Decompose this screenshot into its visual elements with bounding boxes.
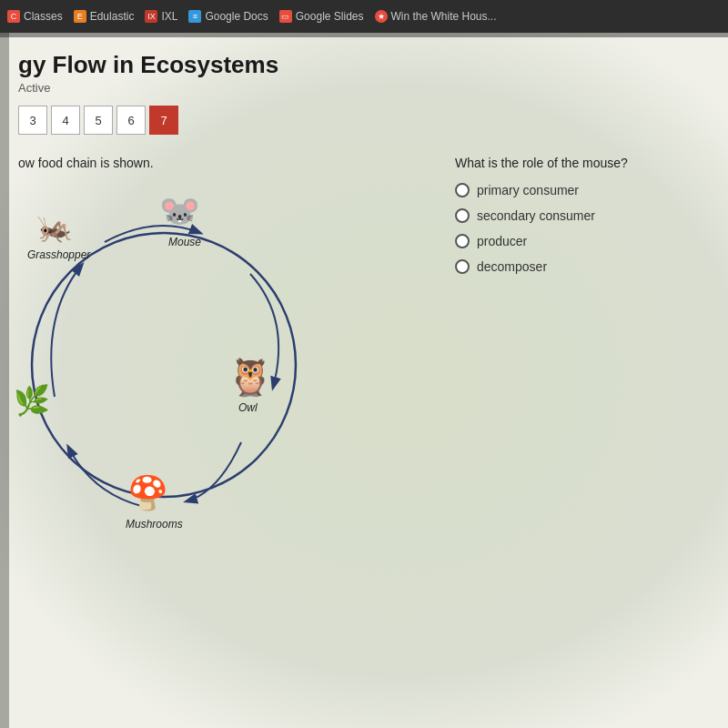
mouse-icon: 🐭	[159, 192, 200, 230]
right-question-panel: What is the role of the mouse? primary c…	[455, 156, 710, 285]
whitehouse-label: Win the White Hous...	[391, 10, 497, 23]
answer-label-3: producer	[477, 234, 527, 248]
question-btn-6[interactable]: 6	[116, 106, 146, 135]
gdocs-icon: ≡	[188, 10, 201, 23]
edulastic-label: Edulastic	[90, 10, 135, 23]
bookmark-classes[interactable]: C Classes	[7, 10, 63, 23]
mouse-label: Mouse	[168, 236, 201, 248]
classes-icon: C	[7, 10, 20, 23]
question-btn-4[interactable]: 4	[51, 106, 80, 135]
edulastic-icon: E	[74, 10, 86, 23]
whitehouse-icon: ★	[375, 10, 388, 23]
page-title: gy Flow in Ecosystems	[18, 51, 278, 79]
page-status: Active	[18, 81, 278, 95]
bookmark-gdocs[interactable]: ≡ Google Docs	[188, 10, 268, 23]
question-btn-7[interactable]: 7	[149, 106, 178, 135]
answer-option-4[interactable]: decomposer	[455, 259, 710, 274]
answer-label-2: secondary consumer	[477, 208, 595, 223]
plant-icon: 🌿	[14, 383, 50, 418]
main-content: gy Flow in Ecosystems Active 3 4 5 6 7 o…	[0, 33, 728, 728]
left-question-text: ow food chain is shown.	[18, 156, 154, 170]
mushroom-icon: 🍄	[127, 474, 168, 512]
radio-producer[interactable]	[455, 234, 470, 248]
owl-icon: 🦉	[228, 356, 273, 399]
food-chain-diagram: 🦗 Grasshopper 🐭 Mouse 🦉 Owl 🍄 Mushrooms …	[9, 174, 337, 556]
edge-top	[0, 33, 728, 37]
answer-label-4: decomposer	[477, 259, 547, 274]
answer-option-2[interactable]: secondary consumer	[455, 208, 710, 223]
page-title-area: gy Flow in Ecosystems Active	[18, 51, 278, 95]
answer-option-3[interactable]: producer	[455, 234, 710, 248]
bookmark-ixl[interactable]: IX IXL	[145, 10, 177, 23]
answer-label-1: primary consumer	[477, 183, 579, 197]
radio-decomposer[interactable]	[455, 259, 470, 274]
ixl-label: IXL	[161, 10, 177, 23]
question-navigation: 3 4 5 6 7	[18, 106, 178, 135]
mushroom-label: Mushrooms	[126, 518, 183, 531]
radio-primary-consumer[interactable]	[455, 183, 470, 197]
right-question-title: What is the role of the mouse?	[455, 156, 710, 170]
browser-bookmark-bar: C Classes E Edulastic IX IXL ≡ Google Do…	[0, 0, 728, 33]
owl-label: Owl	[238, 401, 258, 414]
question-btn-3[interactable]: 3	[18, 106, 47, 135]
ixl-icon: IX	[145, 10, 157, 23]
edge-left	[0, 33, 9, 728]
gslides-icon: ▭	[279, 10, 292, 23]
gslides-label: Google Slides	[296, 10, 364, 23]
grasshopper-label: Grasshopper	[27, 248, 90, 261]
gdocs-label: Google Docs	[205, 10, 268, 23]
answer-option-1[interactable]: primary consumer	[455, 183, 710, 197]
classes-label: Classes	[24, 10, 63, 23]
bookmark-whitehouse[interactable]: ★ Win the White Hous...	[375, 10, 497, 23]
bookmark-edulastic[interactable]: E Edulastic	[74, 10, 135, 23]
question-btn-5[interactable]: 5	[84, 106, 113, 135]
bookmark-gslides[interactable]: ▭ Google Slides	[279, 10, 364, 23]
radio-secondary-consumer[interactable]	[455, 208, 470, 223]
grasshopper-icon: 🦗	[36, 210, 73, 245]
